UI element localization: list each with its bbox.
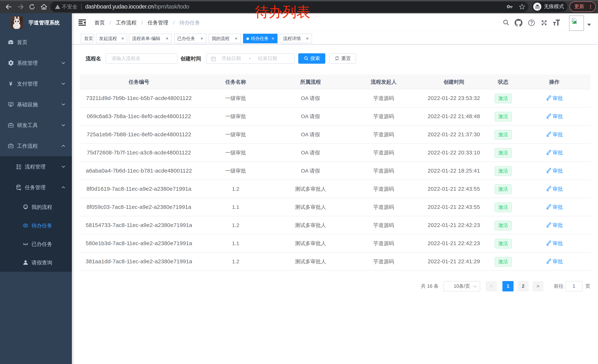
svg-text:¥: ¥ xyxy=(9,81,12,87)
